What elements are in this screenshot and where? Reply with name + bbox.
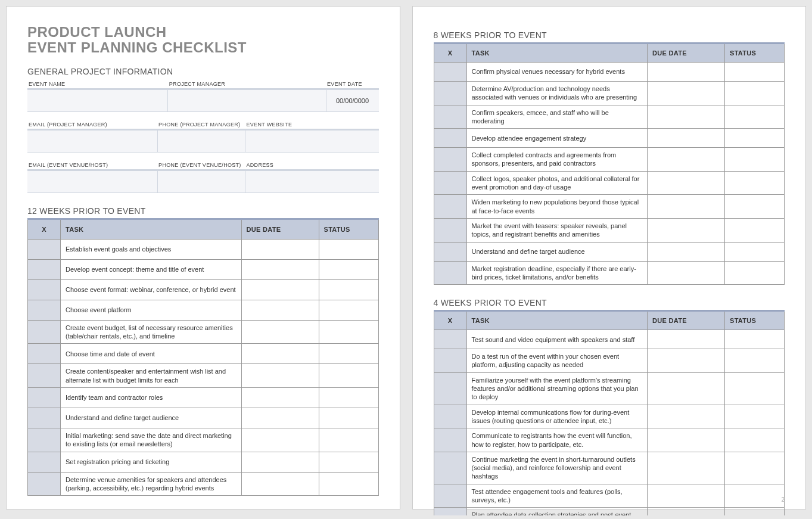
check-cell[interactable] [434,349,466,373]
status-cell[interactable] [725,405,785,428]
due-cell[interactable] [241,472,319,496]
status-cell[interactable] [319,387,378,408]
status-cell[interactable] [319,408,378,428]
check-cell[interactable] [434,242,466,261]
check-cell[interactable] [434,330,466,349]
status-cell[interactable] [319,452,378,472]
status-cell[interactable] [725,195,785,219]
status-cell[interactable] [319,428,378,452]
input-phone-venue[interactable] [157,170,245,192]
status-cell[interactable] [725,63,785,82]
due-cell[interactable] [648,428,725,452]
due-cell[interactable] [648,261,725,285]
due-cell[interactable] [648,148,725,172]
status-cell[interactable] [319,320,378,344]
check-cell[interactable] [434,452,466,484]
status-cell[interactable] [725,372,785,405]
status-cell[interactable] [319,259,378,279]
status-cell[interactable] [319,344,378,364]
input-event-name[interactable] [27,89,168,111]
check-cell[interactable] [28,428,61,452]
check-cell[interactable] [434,508,466,515]
status-cell[interactable] [725,484,785,508]
status-cell[interactable] [725,428,785,452]
status-cell[interactable] [319,300,378,320]
due-cell[interactable] [648,63,725,82]
check-cell[interactable] [434,428,466,452]
due-cell[interactable] [241,387,319,408]
check-cell[interactable] [28,387,61,408]
due-cell[interactable] [648,82,725,105]
check-cell[interactable] [434,82,466,105]
due-cell[interactable] [648,484,725,508]
due-cell[interactable] [648,349,725,373]
check-cell[interactable] [28,239,61,259]
check-cell[interactable] [28,320,61,344]
check-cell[interactable] [28,344,61,364]
check-cell[interactable] [28,259,61,279]
check-cell[interactable] [434,129,466,148]
status-cell[interactable] [725,82,785,105]
due-cell[interactable] [648,171,725,195]
status-cell[interactable] [725,508,785,515]
check-cell[interactable] [28,472,61,496]
check-cell[interactable] [28,279,61,300]
due-cell[interactable] [648,218,725,242]
due-cell[interactable] [648,195,725,219]
due-cell[interactable] [241,300,319,320]
status-cell[interactable] [725,218,785,242]
input-project-manager[interactable] [168,89,326,111]
due-cell[interactable] [241,364,319,388]
check-cell[interactable] [28,300,61,320]
status-cell[interactable] [725,330,785,349]
check-cell[interactable] [434,195,466,219]
due-cell[interactable] [241,239,319,259]
due-cell[interactable] [241,408,319,428]
check-cell[interactable] [434,171,466,195]
check-cell[interactable] [434,372,466,405]
status-cell[interactable] [725,452,785,484]
check-cell[interactable] [28,364,61,388]
status-cell[interactable] [725,129,785,148]
due-cell[interactable] [241,344,319,364]
status-cell[interactable] [725,261,785,285]
due-cell[interactable] [648,508,725,515]
check-cell[interactable] [434,63,466,82]
check-cell[interactable] [434,105,466,129]
status-cell[interactable] [725,171,785,195]
due-cell[interactable] [648,372,725,405]
check-cell[interactable] [434,148,466,172]
due-cell[interactable] [648,452,725,484]
input-phone-pm[interactable] [157,129,245,152]
status-cell[interactable] [319,239,378,259]
check-cell[interactable] [28,408,61,428]
task-cell: Test sound and video equipment with spea… [466,330,648,349]
due-cell[interactable] [241,452,319,472]
due-cell[interactable] [648,405,725,428]
input-address[interactable] [245,170,378,192]
due-cell[interactable] [241,259,319,279]
due-cell[interactable] [648,129,725,148]
check-cell[interactable] [434,484,466,508]
check-cell[interactable] [434,218,466,242]
status-cell[interactable] [319,472,378,496]
due-cell[interactable] [241,320,319,344]
check-cell[interactable] [434,261,466,285]
due-cell[interactable] [648,242,725,261]
due-cell[interactable] [648,105,725,129]
status-cell[interactable] [725,105,785,129]
status-cell[interactable] [725,242,785,261]
check-cell[interactable] [28,452,61,472]
due-cell[interactable] [241,428,319,452]
check-cell[interactable] [434,405,466,428]
input-website[interactable] [245,129,378,152]
input-email-pm[interactable] [27,129,157,152]
input-email-venue[interactable] [27,170,157,192]
due-cell[interactable] [648,330,725,349]
status-cell[interactable] [725,148,785,172]
status-cell[interactable] [319,279,378,300]
due-cell[interactable] [241,279,319,300]
status-cell[interactable] [725,349,785,373]
status-cell[interactable] [319,364,378,388]
input-event-date[interactable]: 00/00/0000 [326,89,378,111]
